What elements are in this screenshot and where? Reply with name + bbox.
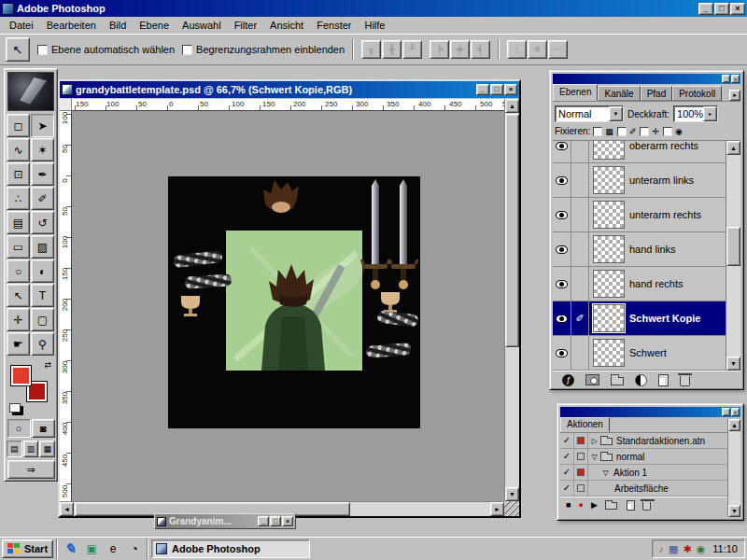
doc-close-button[interactable]: × — [504, 84, 517, 95]
layer-row-schwert[interactable]: Schwert — [553, 336, 726, 371]
tray-scheduler-icon[interactable]: ◉ — [697, 544, 706, 554]
scroll-down-button[interactable]: ▼ — [726, 357, 740, 371]
layer-thumbnail[interactable] — [593, 166, 625, 194]
scroll-thumb[interactable] — [726, 227, 740, 266]
quick-launch-channels-icon[interactable]: ◔ — [125, 539, 144, 558]
magic-wand-tool[interactable]: ✶ — [31, 138, 54, 161]
layer-thumbnail[interactable] — [593, 235, 625, 263]
palette-minimize-button[interactable]: _ — [722, 408, 730, 416]
visibility-toggle[interactable] — [553, 301, 571, 335]
layers-scrollbar[interactable]: ▲ ▼ — [726, 141, 740, 371]
checkbox-box[interactable] — [182, 45, 192, 55]
palette-menu-button[interactable]: ▸ — [729, 90, 740, 101]
default-colors-icon[interactable] — [9, 403, 21, 413]
menu-ansicht[interactable]: Ansicht — [263, 18, 310, 33]
new-action-icon[interactable] — [627, 500, 635, 511]
layer-thumbnail[interactable] — [593, 270, 625, 298]
align-top-button[interactable]: ╥ — [361, 40, 381, 59]
align-left-button[interactable]: ╞ — [430, 40, 449, 59]
scroll-down-button[interactable]: ▼ — [728, 505, 740, 517]
layer-row-hand-links[interactable]: hand links — [553, 232, 726, 267]
visibility-toggle[interactable] — [553, 163, 571, 197]
app-titlebar[interactable]: Adobe Photoshop _ □ × — [0, 0, 747, 17]
menu-hilfe[interactable]: Hilfe — [358, 18, 391, 33]
layers-palette-titlebar[interactable]: _ × — [553, 74, 740, 84]
airbrush-tool[interactable]: ∴ — [7, 187, 30, 210]
action-modal-toggle[interactable] — [574, 449, 588, 464]
action-check-toggle[interactable]: ✓ — [560, 465, 574, 480]
blend-mode-select[interactable]: Normal ▼ — [555, 105, 624, 122]
layer-thumbnail[interactable] — [593, 304, 625, 332]
crop-tool[interactable]: ⊡ — [7, 162, 30, 186]
layer-row-unterarm-links[interactable]: unterarm links — [553, 163, 726, 198]
align-horizontal-center-button[interactable]: ╪ — [450, 40, 470, 59]
document-titlebar[interactable]: grandybattletemplate.psd @ 66,7% (Schwer… — [60, 81, 519, 98]
align-bottom-button[interactable]: ╨ — [402, 40, 422, 59]
opacity-input[interactable]: 100% ▸ — [673, 105, 718, 122]
layer-row-oberarm-rechts[interactable]: oberarm rechts — [553, 141, 726, 163]
gradient-tool[interactable]: ▨ — [31, 235, 54, 259]
link-cell[interactable] — [571, 232, 589, 266]
action-row-standardaktionen[interactable]: ✓ ▷ Standardaktionen.atn — [560, 433, 727, 449]
scroll-left-button[interactable]: ◄ — [60, 502, 74, 516]
distribute-bottom-button[interactable]: ⋯ — [548, 40, 568, 59]
visibility-toggle[interactable] — [553, 141, 571, 162]
move-tool[interactable]: ➤ — [31, 114, 54, 137]
canvas-image[interactable] — [168, 176, 420, 428]
tab-aktionen[interactable]: Aktionen — [560, 417, 610, 432]
mini-close-button[interactable]: × — [282, 516, 293, 526]
standard-mode-button[interactable]: ○ — [7, 419, 31, 438]
paintbrush-tool[interactable]: ✐ — [31, 187, 54, 210]
taskbar-item-photoshop[interactable]: Adobe Photoshop — [151, 539, 310, 558]
scroll-up-button[interactable]: ▲ — [505, 99, 519, 113]
layer-thumbnail[interactable] — [593, 201, 625, 229]
layer-effects-icon[interactable]: ƒ — [562, 374, 574, 386]
auto-select-layer-checkbox[interactable]: Ebene automatisch wählen — [37, 44, 175, 55]
swap-colors-icon[interactable]: ⇄ — [44, 361, 51, 370]
fullscreen-button[interactable]: ▦ — [39, 441, 55, 457]
dropdown-arrow-icon[interactable]: ▼ — [609, 106, 623, 121]
action-row-aktion-1[interactable]: ✓ ▽ Aktion 1 — [560, 465, 727, 481]
scroll-right-button[interactable]: ► — [490, 502, 504, 516]
new-layer-set-icon[interactable] — [611, 377, 624, 385]
menu-bild[interactable]: Bild — [103, 18, 133, 33]
menu-filter[interactable]: Filter — [228, 18, 263, 33]
dodge-tool[interactable]: ◐ — [31, 259, 54, 283]
type-tool[interactable]: T — [31, 284, 54, 307]
palette-close-button[interactable]: × — [731, 75, 740, 83]
layer-thumbnail[interactable] — [593, 141, 625, 160]
lock-all-checkbox[interactable] — [663, 127, 672, 136]
opacity-slider-arrow-icon[interactable]: ▸ — [703, 106, 717, 121]
canvas-viewport[interactable] — [72, 111, 504, 501]
scroll-up-button[interactable]: ▲ — [728, 419, 740, 431]
layer-thumbnail[interactable] — [593, 339, 625, 367]
quick-launch-edit-icon[interactable]: ✎ — [61, 539, 79, 558]
menu-fenster[interactable]: Fenster — [310, 18, 358, 33]
resize-grip[interactable] — [504, 501, 519, 516]
quick-launch-desktop-icon[interactable]: ▣ — [82, 539, 101, 558]
shape-tool[interactable]: ▢ — [31, 308, 54, 331]
delete-action-icon[interactable] — [642, 502, 651, 511]
jump-to-imageready-button[interactable]: ⇒ — [7, 460, 55, 479]
play-icon[interactable]: ▶ — [591, 500, 598, 510]
layer-row-unterarm-rechts[interactable]: unterarm rechts — [553, 198, 726, 232]
tab-kanaele[interactable]: Kanäle — [598, 86, 640, 101]
maximize-button[interactable]: □ — [714, 3, 729, 15]
expand-arrow-icon[interactable]: ▽ — [588, 453, 600, 461]
expand-arrow-icon[interactable]: ▷ — [588, 437, 600, 445]
palette-minimize-button[interactable]: _ — [722, 75, 730, 83]
adjustment-layer-icon[interactable] — [635, 374, 647, 386]
tray-display-icon[interactable]: ▦ — [669, 544, 678, 554]
link-cell[interactable] — [571, 336, 589, 370]
menu-bearbeiten[interactable]: Bearbeiten — [40, 18, 103, 33]
lock-position-checkbox[interactable] — [640, 127, 649, 136]
history-brush-tool[interactable]: ↺ — [31, 211, 54, 234]
align-vertical-center-button[interactable]: ╫ — [382, 40, 402, 59]
tab-protokoll[interactable]: Protokoll — [672, 86, 722, 101]
show-bounding-box-checkbox[interactable]: Begrenzungsrahmen einblenden — [182, 44, 345, 55]
align-right-button[interactable]: ╡ — [471, 40, 490, 59]
path-select-tool[interactable]: ↖ — [7, 284, 30, 307]
visibility-toggle[interactable] — [553, 267, 571, 301]
expand-arrow-icon[interactable]: ▽ — [599, 469, 612, 477]
action-row-arbeitsflaeche[interactable]: ✓ Arbeitsfläche — [560, 481, 727, 497]
